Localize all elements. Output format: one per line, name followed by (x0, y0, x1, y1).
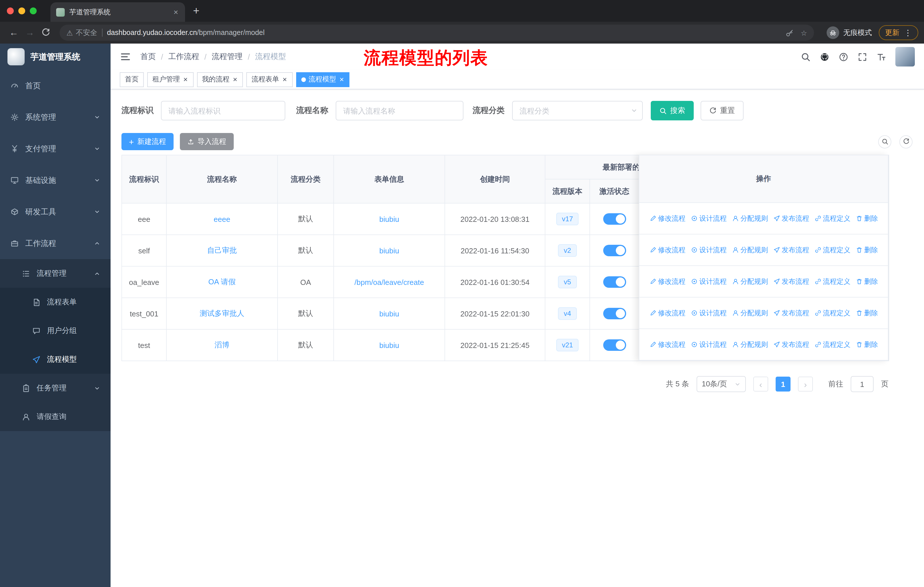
toggle-search-button[interactable] (878, 135, 891, 148)
reload-button[interactable] (38, 25, 54, 41)
sidebar-item-payment[interactable]: 支付管理 (0, 133, 111, 165)
process-definition-link[interactable]: 流程定义 (814, 213, 850, 223)
form-link[interactable]: biubiu (379, 309, 399, 318)
assign-rule-link[interactable]: 分配规则 (732, 308, 768, 318)
active-toggle[interactable] (603, 245, 626, 256)
publish-process-link[interactable]: 发布流程 (773, 245, 809, 255)
design-process-link[interactable]: 设计流程 (691, 213, 727, 223)
sidebar-item-process-model[interactable]: 流程模型 (0, 345, 111, 374)
assign-rule-link[interactable]: 分配规则 (732, 245, 768, 255)
edit-process-link[interactable]: 修改流程 (649, 213, 685, 223)
import-process-button[interactable]: 导入流程 (180, 133, 234, 150)
page-number-current[interactable]: 1 (776, 377, 790, 392)
reset-button[interactable]: 重置 (701, 101, 744, 121)
new-tab-button[interactable]: + (193, 5, 200, 17)
tag-process-form[interactable]: 流程表单 × (246, 72, 292, 87)
design-process-link[interactable]: 设计流程 (691, 308, 727, 318)
avatar[interactable] (895, 47, 915, 66)
tab-close-icon[interactable]: × (172, 7, 179, 17)
back-button[interactable]: ← (6, 25, 22, 41)
publish-process-link[interactable]: 发布流程 (773, 340, 809, 349)
delete-process-link[interactable]: 删除 (856, 340, 878, 349)
assign-rule-link[interactable]: 分配规则 (732, 340, 768, 349)
category-select[interactable] (512, 101, 643, 121)
process-key-input[interactable] (161, 101, 285, 121)
edit-process-link[interactable]: 修改流程 (649, 308, 685, 318)
fullscreen-icon[interactable] (858, 52, 867, 62)
tag-process-model[interactable]: 流程模型 × (296, 72, 350, 87)
process-name-link[interactable]: 滔博 (214, 341, 229, 349)
breadcrumb-item[interactable]: 流程管理 (212, 51, 243, 62)
form-link[interactable]: biubiu (379, 341, 399, 349)
close-icon[interactable]: × (282, 76, 287, 83)
close-icon[interactable]: × (232, 76, 238, 83)
sidebar-item-infrastructure[interactable]: 基础设施 (0, 165, 111, 196)
breadcrumb-item[interactable]: 工作流程 (168, 51, 200, 62)
form-link[interactable]: biubiu (379, 246, 399, 255)
process-definition-link[interactable]: 流程定义 (814, 308, 850, 318)
zoom-window-button[interactable] (30, 7, 37, 14)
design-process-link[interactable]: 设计流程 (691, 340, 727, 349)
close-icon[interactable]: × (339, 76, 345, 83)
create-process-button[interactable]: + 新建流程 (121, 133, 173, 150)
form-link[interactable]: biubiu (379, 215, 399, 223)
sidebar-item-system[interactable]: 系统管理 (0, 101, 111, 133)
sidebar-item-user-group[interactable]: 用户分组 (0, 316, 111, 345)
delete-process-link[interactable]: 删除 (856, 308, 878, 318)
browser-update-button[interactable]: 更新 ⋮ (879, 25, 918, 40)
publish-process-link[interactable]: 发布流程 (773, 276, 809, 286)
edit-process-link[interactable]: 修改流程 (649, 340, 685, 349)
minimize-window-button[interactable] (18, 7, 25, 14)
delete-process-link[interactable]: 删除 (856, 245, 878, 255)
edit-process-link[interactable]: 修改流程 (649, 245, 685, 255)
tag-my-process[interactable]: 我的流程 × (197, 72, 243, 87)
delete-process-link[interactable]: 删除 (856, 276, 878, 286)
process-name-link[interactable]: OA 请假 (208, 278, 236, 286)
process-name-input[interactable] (336, 101, 464, 121)
browser-menu-icon[interactable]: ⋮ (904, 28, 912, 37)
assign-rule-link[interactable]: 分配规则 (732, 276, 768, 286)
search-button[interactable]: 搜索 (651, 101, 694, 121)
sidebar-item-process-manage[interactable]: 流程管理 (0, 259, 111, 288)
process-name-link[interactable]: 测试多审批人 (200, 309, 244, 317)
sidebar-item-devtools[interactable]: 研发工具 (0, 196, 111, 228)
collapse-sidebar-icon[interactable] (120, 51, 131, 63)
edit-process-link[interactable]: 修改流程 (649, 276, 685, 286)
prev-page-button[interactable]: ‹ (753, 377, 768, 392)
address-bar[interactable]: ⚠ 不安全 dashboard.yudao.iocoder.cn/bpm/man… (59, 25, 814, 41)
active-toggle[interactable] (603, 276, 626, 288)
tag-tenant[interactable]: 租户管理 × (147, 72, 193, 87)
close-icon[interactable]: × (183, 76, 188, 83)
sidebar-item-task-manage[interactable]: 任务管理 (0, 374, 111, 402)
delete-process-link[interactable]: 删除 (856, 213, 878, 223)
tag-home[interactable]: 首页 (120, 72, 144, 87)
key-icon[interactable] (785, 28, 794, 37)
assign-rule-link[interactable]: 分配规则 (732, 213, 768, 223)
category-select-input[interactable] (512, 101, 643, 121)
sidebar-item-home[interactable]: 首页 (0, 70, 111, 101)
design-process-link[interactable]: 设计流程 (691, 276, 727, 286)
help-icon[interactable] (839, 52, 848, 62)
close-window-button[interactable] (7, 7, 14, 14)
page-size-select[interactable]: 10条/页 (696, 376, 746, 392)
sidebar-item-workflow[interactable]: 工作流程 (0, 228, 111, 259)
process-definition-link[interactable]: 流程定义 (814, 245, 850, 255)
security-status[interactable]: ⚠ 不安全 (66, 28, 97, 38)
publish-process-link[interactable]: 发布流程 (773, 308, 809, 318)
breadcrumb-item[interactable]: 首页 (140, 51, 156, 62)
browser-tab[interactable]: 芋道管理系统 × (50, 2, 185, 22)
process-name-link[interactable]: eeee (214, 215, 230, 223)
sidebar-item-leave-query[interactable]: 请假查询 (0, 402, 111, 431)
sidebar-item-process-form[interactable]: 流程表单 (0, 288, 111, 316)
active-toggle[interactable] (603, 308, 626, 319)
form-link[interactable]: /bpm/oa/leave/create (355, 278, 424, 286)
process-definition-link[interactable]: 流程定义 (814, 276, 850, 286)
process-name-link[interactable]: 自己审批 (207, 246, 237, 255)
design-process-link[interactable]: 设计流程 (691, 245, 727, 255)
active-toggle[interactable] (603, 339, 626, 351)
refresh-table-button[interactable] (899, 135, 912, 148)
github-icon[interactable] (820, 52, 830, 62)
font-size-icon[interactable] (876, 52, 886, 62)
active-toggle[interactable] (603, 213, 626, 225)
process-definition-link[interactable]: 流程定义 (814, 340, 850, 349)
